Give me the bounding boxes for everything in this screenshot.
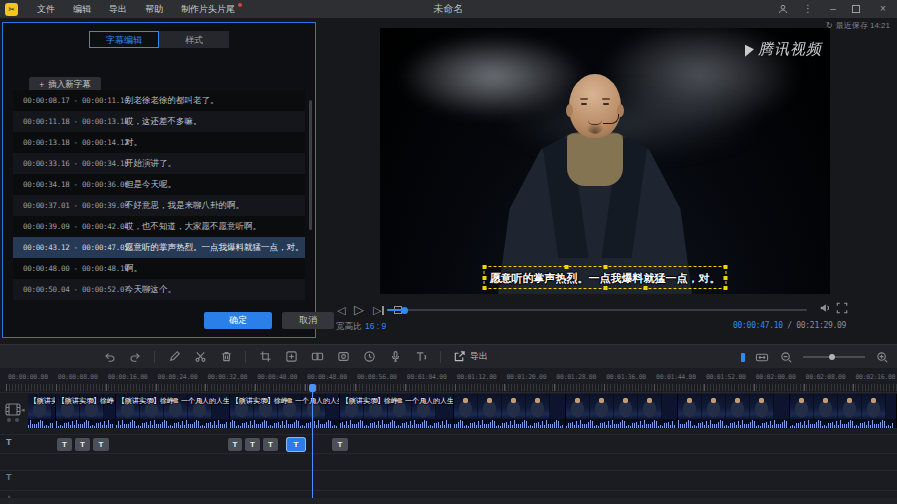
playhead[interactable] [312,384,313,498]
subtitle-block[interactable]: T [75,438,90,451]
record-mic-icon[interactable] [388,350,402,364]
text-to-speech-icon[interactable] [414,350,428,364]
zoom-in-icon[interactable] [875,350,889,364]
subtitle-block[interactable]: T [228,438,242,451]
timeline-zoom-knob[interactable] [829,354,835,360]
video-clip[interactable]: 【演讲实录】徐峥： [56,394,116,428]
next-frame-button[interactable]: ▷ [373,302,384,318]
selection-handle[interactable] [603,286,607,290]
app-logo-icon[interactable]: ✂ [5,3,18,16]
menu-file[interactable]: 文件 [28,0,64,18]
subtitle-row[interactable]: 00:00:48.00 - 00:00:48.19啊。 [13,258,305,279]
clip-thumbnails [678,394,789,419]
export-button[interactable]: 导出 [453,350,488,363]
seek-knob[interactable] [401,307,408,314]
subtitle-block[interactable]: T [93,438,109,451]
video-clip[interactable] [454,394,566,428]
subtitle-row[interactable]: 00:00:37.01 - 00:00:39.09不好意思，我是来聊八卦的啊。 [13,195,305,216]
account-icon[interactable] [777,4,789,14]
ruler-label: 00:01:12.00 [457,373,497,381]
edit-pencil-icon[interactable] [167,350,181,364]
video-clip[interactable]: 【演讲实录】徐峥：一个凡人的人生思考 [340,394,454,428]
subtitle-row[interactable]: 00:00:34.18 - 00:00:36.08但是今天呢。 [13,174,305,195]
tab-subtitle-edit[interactable]: 字幕编辑 [89,31,159,48]
fullscreen-icon[interactable] [836,302,848,318]
maximize-button[interactable] [852,5,864,13]
timeline-ruler[interactable]: 00:00:00.0000:00:08.0000:00:16.0000:00:2… [0,368,897,392]
volume-icon[interactable] [819,302,831,318]
menu-edit[interactable]: 编辑 [64,0,100,18]
seek-bar[interactable] [387,309,807,311]
play-button[interactable]: ▷ [354,302,364,318]
subtitle-row[interactable]: 00:00:39.09 - 00:00:42.04哎，也不知道，大家愿不愿意听啊… [13,216,305,237]
video-clip[interactable] [566,394,678,428]
transition-icon[interactable] [310,350,324,364]
selection-handle[interactable] [483,276,487,280]
tab-style[interactable]: 样式 [159,31,229,48]
selection-handle[interactable] [644,286,648,290]
aspect-ratio-dropdown[interactable]: 16 : 9 [365,321,386,331]
zoom-out-icon[interactable] [779,350,793,364]
crop-icon[interactable] [258,350,272,364]
redo-icon[interactable] [128,350,142,364]
split-scissors-icon[interactable] [193,350,207,364]
clip-thumbnail [526,394,550,419]
selection-handle[interactable] [603,265,607,269]
confirm-button[interactable]: 确定 [204,312,272,329]
delete-trash-icon[interactable] [219,350,233,364]
video-clip[interactable]: 【演讲实 [28,394,56,428]
menu-help[interactable]: 帮助 [136,0,172,18]
more-icon[interactable]: ⋮ [802,0,814,18]
speaker-eyebrow [580,98,588,100]
collapse-track-icon[interactable]: ◂ [21,406,25,414]
timeline-zoom-slider[interactable] [803,356,865,358]
clip-thumbnail [614,394,638,419]
video-clip[interactable]: 【演讲实录】徐峥：一个凡人的人生思考 [116,394,230,428]
undo-icon[interactable] [102,350,116,364]
minimize-button[interactable]: – [827,0,839,18]
speed-clock-icon[interactable] [362,350,376,364]
selection-handle[interactable] [724,265,728,269]
ruler-label: 00:01:20.00 [507,373,547,381]
subtitle-block[interactable]: T [263,438,278,451]
prev-frame-button[interactable]: ◁ [337,302,345,318]
selection-handle[interactable] [483,265,487,269]
selection-handle[interactable] [724,276,728,280]
fit-timeline-icon[interactable] [755,350,769,364]
subtitle-block[interactable]: T [245,438,260,451]
video-clip[interactable]: 【演讲实录】徐峥：一个凡人的人生思考 [230,394,340,428]
menu-make-intro-outro[interactable]: 制作片头片尾 [172,0,244,18]
video-preview[interactable]: 腾讯视频 愿意听的掌声热烈。一点我爆料就猛一点，对。 [380,28,830,294]
subtitle-block-selected[interactable]: T [287,438,305,451]
add-clip-icon[interactable] [284,350,298,364]
player-controls: ◁ ▷ ▷ [318,302,897,320]
subtitle-list: 00:00:08.17 - 00:00:11.10别老徐老徐的都叫老了。00:0… [13,90,305,302]
track-toggle-icon[interactable] [7,418,11,422]
track-toggle-icon[interactable] [15,418,19,422]
subtitle-row[interactable]: 00:00:50.04 - 00:00:52.07今天聊这个。 [13,279,305,300]
text-track-icon[interactable]: T [6,472,12,482]
ruler-label: 00:00:08.00 [58,373,98,381]
subtitle-list-scrollbar[interactable] [309,100,312,230]
menu-export[interactable]: 导出 [100,0,136,18]
subtitle-block[interactable]: T [332,438,348,451]
horizontal-scrollbar[interactable] [0,498,897,504]
video-clip[interactable] [790,394,897,428]
window-controls: ⋮ – × [777,0,897,18]
video-clip[interactable] [678,394,790,428]
subtitle-row[interactable]: 00:00:11.18 - 00:00:13.18哎，这还差不多嘛。 [13,111,305,132]
subtitle-row[interactable]: 00:00:08.17 - 00:00:11.10别老徐老徐的都叫老了。 [13,90,305,111]
selection-handle[interactable] [564,265,568,269]
subtitle-overlay-selected[interactable]: 愿意听的掌声热烈。一点我爆料就猛一点，对。 [484,266,727,289]
selection-handle[interactable] [724,286,728,290]
subtitle-row[interactable]: 00:00:13.18 - 00:00:14.12对。 [13,132,305,153]
subtitle-row[interactable]: 00:00:43.12 - 00:00:47.05愿意听的掌声热烈。一点我爆料就… [13,237,305,258]
subtitle-row[interactable]: 00:00:33.16 - 00:00:34.18开始演讲了。 [13,153,305,174]
selection-handle[interactable] [483,286,487,290]
subtitle-block[interactable]: T [57,438,72,451]
freeze-frame-icon[interactable] [336,350,350,364]
close-button[interactable]: × [877,0,889,18]
marker-icon[interactable] [741,353,745,362]
headset-mic [603,114,619,124]
track-separator [0,392,897,393]
